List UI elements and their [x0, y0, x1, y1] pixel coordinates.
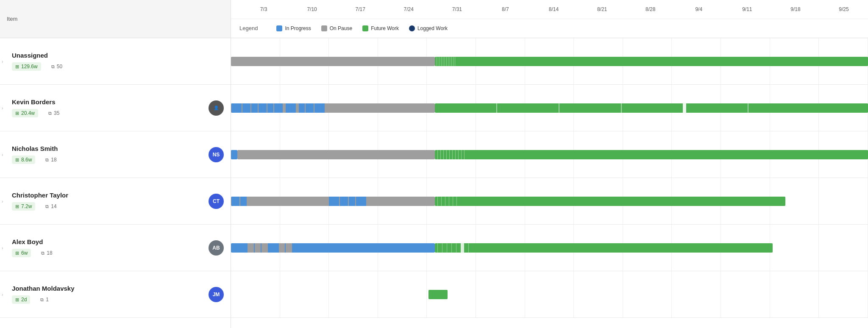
- date-7-3: 7/3: [239, 6, 288, 12]
- time-badge-kevin: ⊞ 20.4w: [12, 109, 38, 117]
- chevron-icon[interactable]: ›: [0, 245, 5, 250]
- bar-container-unassigned: [231, 57, 868, 66]
- calendar-icon: ⊞: [15, 204, 19, 209]
- task-icon: ⧉: [51, 64, 55, 69]
- calendar-icon: ⊞: [15, 297, 19, 303]
- main-container: Item › Unassigned ⊞ 129.6w ⧉ 50 › Kevin …: [0, 0, 868, 328]
- bar-alex-mixed: [231, 243, 435, 253]
- gantt-header: 7/3 7/10 7/17 7/24 7/31 8/7 8/14 8/21 8/…: [231, 0, 868, 38]
- logged-work-label: Logged Work: [417, 25, 448, 31]
- row-jonathan-moldavsky: › Jonathan Moldavsky ⊞ 2d ⧉ 1 JM: [0, 271, 231, 318]
- tasks-badge-alex: ⧉ 18: [38, 249, 56, 257]
- row-title-jonathan: Jonathan Moldavsky: [7, 285, 224, 292]
- legend-row: Legend In Progress On Pause Future Work …: [231, 19, 868, 38]
- calendar-icon: ⊞: [15, 157, 19, 163]
- row-title-christopher: Christopher Taylor: [7, 192, 224, 199]
- avatar-jonathan: JM: [209, 287, 224, 302]
- future-work-dot: [362, 25, 368, 31]
- on-pause-dot: [321, 25, 327, 31]
- row-title-nicholas: Nicholas Smith: [7, 145, 224, 152]
- gantt-row-alex: [231, 225, 868, 271]
- bar-container-alex: [231, 243, 868, 253]
- gantt-row-nicholas: [231, 131, 868, 178]
- item-column-header: Item: [7, 16, 17, 22]
- on-pause-label: On Pause: [330, 25, 352, 31]
- gantt-row-jonathan: [231, 271, 868, 318]
- time-badge-christopher: ⊞ 7.2w: [12, 202, 35, 211]
- left-panel: Item › Unassigned ⊞ 129.6w ⧉ 50 › Kevin …: [0, 0, 231, 328]
- row-nicholas-smith: › Nicholas Smith ⊞ 8.6w ⧉ 18 NS: [0, 131, 231, 178]
- date-9-25: 9/25: [820, 6, 868, 12]
- bar-christopher-mixed: [231, 197, 435, 206]
- task-icon: ⧉: [40, 297, 44, 303]
- legend-logged-work: Logged Work: [409, 25, 448, 31]
- future-work-label: Future Work: [371, 25, 399, 31]
- bar-container-jonathan: [231, 290, 868, 299]
- date-9-11: 9/11: [723, 6, 771, 12]
- time-badge-alex: ⊞ 6w: [12, 249, 31, 257]
- date-8-21: 8/21: [578, 6, 626, 12]
- tasks-badge-kevin: ⧉ 35: [45, 109, 63, 117]
- bar-jonathan-green: [428, 290, 448, 299]
- row-kevin-borders: › Kevin Borders ⊞ 20.4w ⧉ 35 👤: [0, 85, 231, 131]
- avatar-kevin: 👤: [209, 100, 224, 116]
- bar-nicholas-green: [435, 150, 868, 159]
- date-7-10: 7/10: [288, 6, 336, 12]
- tasks-badge-nicholas: ⧉ 18: [42, 156, 60, 164]
- chevron-icon[interactable]: ›: [0, 59, 5, 64]
- logged-work-dot: [409, 25, 415, 31]
- tasks-badge-unassigned: ⧉ 50: [48, 62, 66, 71]
- bar-unassigned-gray: [231, 57, 435, 66]
- in-progress-label: In Progress: [285, 25, 311, 31]
- tasks-badge-christopher: ⧉ 14: [42, 202, 60, 211]
- avatar-nicholas: NS: [209, 147, 224, 162]
- date-9-18: 9/18: [771, 6, 820, 12]
- gantt-row-unassigned: [231, 38, 868, 85]
- time-badge-unassigned: ⊞ 129.6w: [12, 62, 41, 71]
- date-7-24: 7/24: [384, 6, 433, 12]
- row-title-unassigned: Unassigned: [7, 52, 224, 59]
- task-icon: ⧉: [41, 250, 45, 256]
- bar-unassigned-green: [435, 57, 868, 66]
- bar-kevin-mixed: [231, 103, 435, 113]
- chevron-icon[interactable]: ›: [0, 106, 5, 110]
- row-christopher-taylor: › Christopher Taylor ⊞ 7.2w ⧉ 14 CT: [0, 178, 231, 225]
- left-header: Item: [0, 0, 231, 38]
- date-8-14: 8/14: [529, 6, 578, 12]
- bar-container-christopher: [231, 197, 868, 206]
- bar-alex-green: [435, 243, 773, 253]
- time-badge-jonathan: ⊞ 2d: [12, 295, 30, 304]
- row-title-kevin: Kevin Borders: [7, 98, 224, 106]
- bar-kevin-green: [435, 103, 868, 113]
- date-8-7: 8/7: [481, 6, 529, 12]
- date-9-4: 9/4: [675, 6, 723, 12]
- gantt-row-christopher: [231, 178, 868, 225]
- date-8-28: 8/28: [626, 6, 675, 12]
- row-title-alex: Alex Boyd: [7, 238, 224, 245]
- gantt-row-kevin: [231, 85, 868, 131]
- legend-on-pause: On Pause: [321, 25, 352, 31]
- right-panel: 7/3 7/10 7/17 7/24 7/31 8/7 8/14 8/21 8/…: [231, 0, 868, 328]
- row-alex-boyd: › Alex Boyd ⊞ 6w ⧉ 18 AB: [0, 225, 231, 271]
- bar-nicholas-blue: [231, 150, 237, 159]
- tasks-badge-jonathan: ⧉ 1: [37, 295, 52, 304]
- date-row: 7/3 7/10 7/17 7/24 7/31 8/7 8/14 8/21 8/…: [231, 0, 868, 19]
- chevron-icon[interactable]: ›: [0, 199, 5, 203]
- in-progress-dot: [276, 25, 282, 31]
- row-unassigned: › Unassigned ⊞ 129.6w ⧉ 50: [0, 38, 231, 85]
- bar-christopher-green: [435, 197, 785, 206]
- gantt-body: [231, 38, 868, 328]
- task-icon: ⧉: [45, 204, 49, 209]
- avatar-christopher: CT: [209, 194, 224, 209]
- task-icon: ⧉: [45, 157, 49, 163]
- avatar-alex: AB: [209, 240, 224, 256]
- chevron-icon[interactable]: ›: [0, 292, 5, 297]
- legend-in-progress: In Progress: [276, 25, 311, 31]
- task-icon: ⧉: [48, 111, 52, 116]
- bar-nicholas-gray: [237, 150, 435, 159]
- calendar-icon: ⊞: [15, 111, 19, 116]
- bar-container-nicholas: [231, 150, 868, 159]
- calendar-icon: ⊞: [15, 250, 19, 256]
- legend-future-work: Future Work: [362, 25, 399, 31]
- chevron-icon[interactable]: ›: [0, 152, 5, 157]
